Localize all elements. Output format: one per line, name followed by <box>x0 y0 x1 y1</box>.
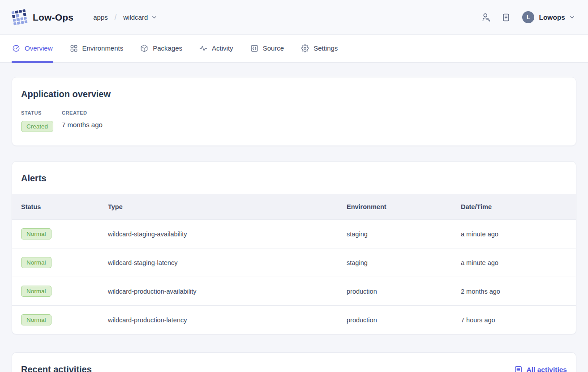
breadcrumb-app-selector[interactable]: wildcard <box>123 13 158 21</box>
list-icon <box>514 365 523 372</box>
alert-type: wildcard-production-latency <box>108 316 347 324</box>
tab-label: Environments <box>82 44 124 52</box>
user-key-icon[interactable] <box>481 13 491 22</box>
table-row[interactable]: Normal wildcard-staging-availability sta… <box>12 219 576 248</box>
alerts-table-header: Status Type Environment Date/Time <box>12 194 576 219</box>
alert-type: wildcard-staging-availability <box>108 231 347 238</box>
col-type: Type <box>108 203 347 210</box>
tab-overview[interactable]: Overview <box>12 35 53 63</box>
user-name: Lowops <box>539 13 565 21</box>
tab-bar: Overview Environments Packages Activity <box>0 35 588 63</box>
col-status: Status <box>21 203 108 210</box>
status-label: STATUS <box>21 110 62 115</box>
brand-name: Low-Ops <box>33 12 73 23</box>
status-stat: STATUS Created <box>21 110 62 132</box>
avatar: L <box>522 11 534 23</box>
status-badge: Normal <box>21 314 52 325</box>
alert-datetime: a minute ago <box>461 259 576 266</box>
table-row[interactable]: Normal wildcard-production-availability … <box>12 277 576 305</box>
document-icon[interactable] <box>502 13 511 22</box>
tab-packages[interactable]: Packages <box>140 35 183 63</box>
chevron-down-icon <box>569 14 575 21</box>
package-icon <box>140 44 148 52</box>
tab-source[interactable]: Source <box>250 35 285 63</box>
code-icon <box>250 44 258 52</box>
tab-label: Source <box>263 44 284 52</box>
table-row[interactable]: Normal wildcard-production-latency produ… <box>12 305 576 334</box>
tab-settings[interactable]: Settings <box>300 35 338 63</box>
alert-datetime: 2 months ago <box>461 288 576 295</box>
alert-datetime: 7 hours ago <box>461 316 576 324</box>
status-badge: Created <box>21 121 53 132</box>
alert-environment: production <box>347 288 461 295</box>
created-label: CREATED <box>62 110 103 115</box>
main-content: Application overview STATUS Created CREA… <box>0 63 588 372</box>
breadcrumb: apps / wildcard <box>93 13 158 21</box>
alert-type: wildcard-staging-latency <box>108 259 347 266</box>
tab-activity[interactable]: Activity <box>199 35 234 63</box>
col-datetime: Date/Time <box>461 203 576 210</box>
pulse-icon <box>199 44 207 52</box>
user-menu[interactable]: L Lowops <box>522 11 575 23</box>
created-value: 7 months ago <box>62 121 103 128</box>
alert-type: wildcard-production-availability <box>108 288 347 295</box>
alerts-title: Alerts <box>21 173 567 184</box>
col-environment: Environment <box>347 203 461 210</box>
tab-label: Overview <box>25 44 53 52</box>
alert-environment: staging <box>347 259 461 266</box>
alert-environment: production <box>347 316 461 324</box>
application-overview-title: Application overview <box>21 89 567 99</box>
table-row[interactable]: Normal wildcard-staging-latency staging … <box>12 248 576 277</box>
created-stat: CREATED 7 months ago <box>62 110 103 132</box>
status-badge: Normal <box>21 228 52 239</box>
breadcrumb-separator: / <box>115 13 116 21</box>
app-header: Low-Ops apps / wildcard <box>0 0 588 35</box>
grid-icon <box>70 44 78 52</box>
application-overview-card: Application overview STATUS Created CREA… <box>12 77 576 146</box>
tab-environments[interactable]: Environments <box>69 35 124 63</box>
tab-label: Settings <box>313 44 338 52</box>
alerts-card: Alerts Status Type Environment Date/Time… <box>12 161 576 334</box>
overview-stats: STATUS Created CREATED 7 months ago <box>21 110 567 132</box>
brand-logo-icon <box>12 9 28 26</box>
breadcrumb-apps[interactable]: apps <box>93 13 108 21</box>
chevron-down-icon <box>151 14 158 21</box>
status-badge: Normal <box>21 286 52 297</box>
tab-label: Activity <box>212 44 233 52</box>
alert-environment: staging <box>347 231 461 238</box>
recent-activities-card: Recent activities All activities <box>12 352 576 372</box>
status-badge: Normal <box>21 257 52 268</box>
gauge-icon <box>12 44 20 52</box>
alerts-table: Status Type Environment Date/Time Normal… <box>12 194 576 334</box>
header-actions: L Lowops <box>471 11 575 23</box>
gear-icon <box>301 44 309 52</box>
all-activities-link[interactable]: All activities <box>514 365 567 372</box>
tab-label: Packages <box>153 44 182 52</box>
alert-datetime: a minute ago <box>461 231 576 238</box>
breadcrumb-current-label: wildcard <box>123 13 148 21</box>
recent-activities-title: Recent activities <box>21 364 92 372</box>
all-activities-label: All activities <box>527 366 567 372</box>
